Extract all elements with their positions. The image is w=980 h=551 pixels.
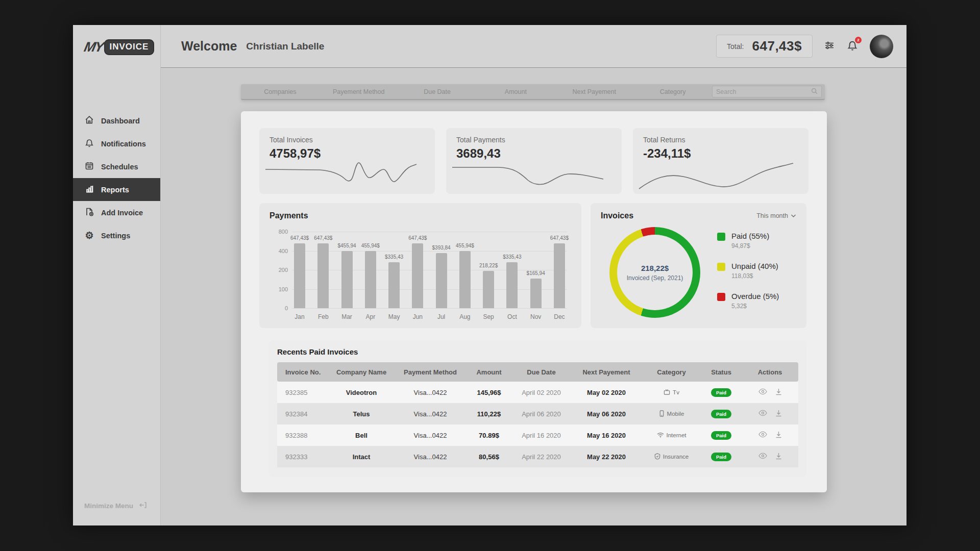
legend-sublabel: 118,03$	[731, 272, 778, 280]
sidebar-item-schedules[interactable]: Schedules	[73, 155, 160, 178]
filter-companies[interactable]: Companies	[241, 88, 320, 95]
sidebar-item-notifications[interactable]: Notifications	[73, 132, 160, 155]
period-selector[interactable]: This month	[756, 212, 796, 219]
payments-bar[interactable]	[506, 262, 518, 308]
next-payment: May 02 2020	[571, 389, 642, 396]
filter-next-payment[interactable]: Next Payement	[555, 88, 633, 95]
amount: 80,56$	[466, 453, 512, 461]
payments-bar[interactable]	[388, 262, 400, 308]
status-badge[interactable]: Paid	[711, 453, 731, 461]
table-row[interactable]: 932385 Videotron Visa...0422 145,96$ Apr…	[277, 382, 798, 403]
table-row[interactable]: 932333 Intact Visa...0422 80,56$ April 2…	[277, 446, 798, 467]
invoices-chart-card: Invoices This month 218,22$	[591, 203, 806, 328]
legend-item-overdue: Overdue (5%) 5,32$	[717, 292, 779, 310]
recent-invoices-card: Recents Paid Invoices Invoice No. Compan…	[269, 340, 806, 477]
bar-month-label: Jul	[437, 313, 445, 320]
payments-bar-group: 218,22$Sep	[483, 232, 494, 308]
search-icon	[811, 87, 818, 96]
view-icon[interactable]	[758, 388, 767, 397]
company-name: Videotron	[328, 389, 395, 396]
invoices-donut-chart[interactable]: 218,22$ Invoiced (Sep, 2021)	[609, 227, 700, 318]
view-icon[interactable]	[758, 431, 767, 440]
bar-value-label: 647,43$	[550, 235, 569, 241]
col-header: Invoice No.	[277, 368, 328, 376]
legend-label: Overdue (5%)	[731, 292, 779, 300]
col-header: Category	[642, 368, 701, 376]
payments-bar[interactable]	[317, 243, 329, 309]
category: Tv	[642, 389, 701, 396]
stat-label: Total Invoices	[270, 136, 425, 144]
category: Internet	[642, 432, 701, 439]
dashboard-card: Total Invoices 4758,97$ Total Payments 3…	[241, 111, 827, 492]
table-row[interactable]: 932388 Bell Visa...0422 70.89$ April 16 …	[277, 424, 798, 446]
filter-amount[interactable]: Amount	[476, 88, 555, 95]
sidebar-item-settings[interactable]: ⚙ Settings	[73, 224, 160, 247]
company-name: Telus	[328, 410, 395, 418]
view-icon[interactable]	[758, 410, 767, 418]
minimize-menu-button[interactable]: Minimize Menu	[84, 500, 148, 511]
bar-value-label: $393,84	[432, 245, 451, 251]
status-badge[interactable]: Paid	[711, 388, 731, 397]
payments-bar[interactable]	[436, 253, 447, 308]
actions-cell	[742, 388, 798, 397]
actions-cell	[742, 410, 798, 418]
legend-sublabel: 94,87$	[731, 242, 769, 249]
y-tick: 100	[271, 286, 288, 292]
status-badge[interactable]: Paid	[711, 410, 731, 418]
due-date: April 06 2020	[512, 410, 571, 418]
sidebar-item-reports[interactable]: Reports	[73, 178, 160, 201]
app-window: MY INVOICE Dashboard Notifications Sc	[73, 25, 906, 525]
payments-bar[interactable]	[554, 243, 565, 309]
legend-item-unpaid: Unpaid (40%) 118,03$	[717, 262, 779, 280]
bar-month-label: Aug	[459, 313, 470, 320]
download-icon[interactable]	[775, 410, 782, 418]
download-icon[interactable]	[775, 388, 782, 397]
logo-invoice-badge: INVOICE	[104, 39, 155, 55]
download-icon[interactable]	[775, 431, 782, 440]
y-tick: 200	[271, 267, 288, 273]
filter-due-date[interactable]: Due Date	[398, 88, 477, 95]
payments-bar[interactable]	[341, 251, 353, 309]
legend-swatch-overdue	[717, 293, 725, 301]
stat-label: Total Payments	[456, 136, 611, 144]
payments-bar[interactable]	[365, 251, 376, 309]
search-input[interactable]	[716, 88, 811, 95]
amount: 110,22$	[466, 410, 512, 418]
legend-swatch-paid	[717, 233, 725, 241]
payments-bar[interactable]	[459, 251, 471, 309]
bar-value-label: $165,94	[527, 270, 545, 276]
download-icon[interactable]	[775, 453, 782, 461]
bar-value-label: $335,43	[385, 254, 403, 260]
bar-chart-icon	[84, 184, 94, 195]
category-label: Internet	[667, 432, 687, 438]
col-header: Payment Method	[395, 368, 466, 376]
sidebar-item-dashboard[interactable]: Dashboard	[73, 109, 160, 132]
notifications-button[interactable]: 2	[846, 39, 859, 54]
filter-bar: Companies Payement Method Due Date Amoun…	[241, 84, 825, 100]
sidebar-item-add-invoice[interactable]: Add Invoice	[73, 201, 160, 224]
view-icon[interactable]	[758, 453, 767, 461]
status-badge[interactable]: Paid	[711, 431, 731, 440]
category: Insurance	[642, 453, 701, 461]
filter-payment-method[interactable]: Payement Method	[320, 88, 398, 95]
payments-bar[interactable]	[294, 243, 305, 309]
payments-bar[interactable]	[530, 279, 542, 309]
top-header: Welcome Christian Labelle Total: 647,43$…	[161, 25, 906, 68]
sliders-icon	[824, 40, 835, 53]
bar-month-label: Jan	[295, 313, 304, 320]
invoice-no: 932384	[277, 410, 328, 418]
payments-chart-title: Payments	[270, 211, 571, 220]
payments-bar[interactable]	[412, 243, 423, 309]
payments-bar[interactable]	[483, 271, 494, 309]
payments-bar-group: 647,43$Dec	[554, 232, 565, 308]
filter-settings-button[interactable]	[824, 40, 835, 53]
donut-center-value: 218,22$	[641, 264, 669, 272]
bell-icon	[84, 138, 94, 149]
invoice-no: 932385	[277, 389, 328, 396]
filter-category[interactable]: Category	[633, 88, 712, 95]
avatar[interactable]	[870, 35, 893, 58]
company-name: Bell	[328, 432, 395, 439]
company-name: Intact	[328, 453, 395, 461]
table-row[interactable]: 932384 Telus Visa...0422 110,22$ April 0…	[277, 403, 798, 424]
bar-month-label: Jun	[413, 313, 423, 320]
